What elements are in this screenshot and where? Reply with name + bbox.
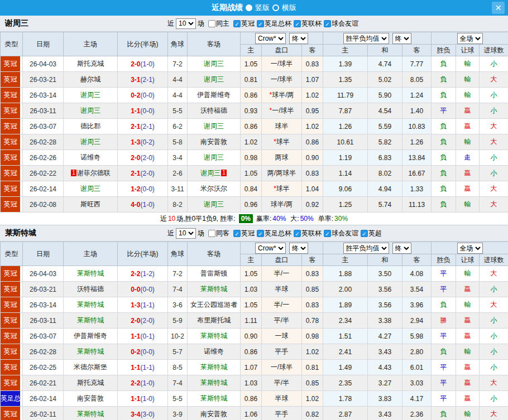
matches-table: 类型 日期 主场 比分(半场) 角球 客场 Crow*终 胜平负均值终 全场 — [0, 242, 508, 420]
final-odds-select[interactable]: 终 — [289, 243, 308, 254]
final-avg-select[interactable]: 终 — [392, 33, 411, 44]
record-summary: 近10场,胜0平1负9, 胜率: 0% 赢率:40% 大:50% 单率:30% — [0, 213, 508, 225]
handicap: 一/球半 — [262, 72, 302, 88]
final-avg-select[interactable]: 终 — [392, 243, 411, 254]
league-badge: 英冠 — [1, 407, 23, 420]
league-badge: 英足总杯 — [1, 391, 23, 407]
checkbox-icon[interactable]: ✓ — [233, 230, 241, 237]
radio-horizontal-label[interactable]: 横版 — [282, 3, 296, 13]
sub-col-handicap-result: 让球 — [456, 254, 480, 266]
avg-select[interactable]: 胜平负均值 — [343, 243, 389, 254]
checkbox-icon[interactable]: ✓ — [257, 20, 264, 27]
fulltime-select[interactable]: 全场 — [457, 243, 483, 254]
league-filter[interactable]: ✓球会友谊 — [324, 229, 358, 238]
same-venue-checkbox[interactable]: 同主 — [208, 19, 229, 28]
away-odds: 1.02 — [302, 344, 323, 360]
match-date: 26-03-07 — [23, 119, 64, 134]
score: 1-1(1-1) — [118, 360, 168, 375]
team-name: 谢周三 — [0, 18, 167, 28]
score: 1-2(0-0) — [118, 181, 168, 197]
league-badge: 英冠 — [1, 344, 23, 360]
checkbox-icon[interactable]: ✓ — [233, 20, 241, 27]
match-count-select[interactable]: 10 — [176, 228, 196, 239]
league-filter[interactable]: ✓英冠 — [233, 19, 255, 28]
away-odds: 0.95 — [302, 103, 323, 119]
match-date: 26-02-08 — [23, 197, 64, 213]
avg-away: 2.80 — [402, 344, 432, 360]
avg-home: 2.41 — [323, 344, 368, 360]
match-row: 英冠26-02-28谢周三1-3(0-2)5-8南安普敦1.02*球半0.861… — [1, 134, 508, 150]
away-team: 莱斯特城 — [188, 375, 241, 391]
bookmaker-select[interactable]: Crow* — [255, 33, 286, 44]
avg-home: 1.78 — [323, 391, 368, 407]
checkbox-icon[interactable]: ✓ — [294, 230, 301, 237]
home-team: 莱斯特城 — [64, 313, 118, 329]
goals-result: 大 — [480, 375, 508, 391]
handicap: 一球 — [262, 329, 302, 344]
sub-col-handicap-result: 让球 — [456, 45, 480, 56]
bookmaker-select[interactable]: Crow* — [255, 243, 286, 254]
match-date: 26-02-14 — [23, 181, 64, 197]
radio-vertical-layout[interactable] — [246, 4, 252, 11]
radio-horizontal-layout[interactable] — [272, 4, 279, 11]
checkbox-icon[interactable] — [208, 20, 215, 27]
goals-result: 大 — [480, 119, 508, 134]
home-odds: 1.03 — [241, 282, 262, 297]
sub-col-goals: 进球数 — [480, 254, 508, 266]
final-odds-select[interactable]: 终 — [289, 33, 308, 44]
avg-draw: 5.90 — [368, 88, 402, 103]
checkbox-icon[interactable]: ✓ — [257, 230, 264, 237]
home-team: 谢周三 — [64, 88, 118, 103]
away-team: 诺维奇 — [188, 344, 241, 360]
league-filter[interactable]: ✓英冠 — [233, 229, 255, 238]
league-filter[interactable]: ✓英足总杯 — [257, 229, 291, 238]
avg-home: 9.06 — [323, 181, 368, 197]
close-button[interactable]: ✕ — [492, 2, 505, 14]
checkbox-icon[interactable]: ✓ — [294, 20, 301, 27]
avg-home: 2.34 — [323, 313, 368, 329]
team-name: 莱斯特城 — [0, 228, 167, 238]
home-team: 莱斯特城 — [64, 344, 118, 360]
avg-away: 3.54 — [402, 282, 432, 297]
avg-draw: 4.94 — [368, 181, 402, 197]
col-score: 比分(半场) — [118, 32, 168, 56]
goals-result: 大 — [480, 134, 508, 150]
league-filter[interactable]: ✓英超 — [361, 229, 382, 238]
away-odds: 1.02 — [302, 88, 323, 103]
league-badge: 英冠 — [1, 266, 23, 282]
checkbox-icon[interactable] — [208, 230, 215, 237]
league-filter[interactable]: ✓英联杯 — [294, 19, 322, 28]
match-row: 英冠26-03-21沃特福德0-0(0-0)7-4莱斯特城1.03半球0.852… — [1, 282, 508, 297]
checkbox-icon[interactable]: ✓ — [324, 230, 331, 237]
scope-dropdown: 全场 — [432, 242, 508, 254]
home-odds: 0.98 — [241, 150, 262, 166]
away-team: 谢周三 — [188, 72, 241, 88]
fulltime-select[interactable]: 全场 — [457, 33, 483, 44]
checkbox-icon[interactable]: ✓ — [361, 230, 368, 237]
handicap-result: 贏 — [456, 391, 480, 407]
match-count-select[interactable]: 10 — [176, 18, 196, 29]
corners: 7-4 — [168, 282, 188, 297]
match-row: 英冠26-02-21斯托克城2-2(1-0)7-4莱斯特城1.03平/半0.85… — [1, 375, 508, 391]
same-venue-checkbox[interactable]: 同客 — [208, 229, 229, 238]
radio-vertical-label[interactable]: 竖版 — [255, 3, 270, 13]
handicap-dropdowns: Crow*终 — [241, 242, 323, 254]
goals-result: 大 — [480, 266, 508, 282]
league-filter[interactable]: ✓英足总杯 — [257, 19, 291, 28]
match-row: 英冠26-03-07伊普斯维奇1-1(0-1)10-2莱斯特城0.90一球0.9… — [1, 329, 508, 344]
home-odds: 1.02 — [241, 134, 262, 150]
sub-col-avg-draw: 和 — [368, 45, 402, 56]
avg-select[interactable]: 胜平负均值 — [343, 33, 389, 44]
result: 平 — [432, 375, 456, 391]
handicap-result: 贏 — [456, 119, 480, 134]
home-team: 赫尔城 — [64, 72, 118, 88]
league-filter[interactable]: ✓球会友谊 — [324, 19, 358, 28]
avg-home: 2.87 — [323, 407, 368, 420]
checkbox-icon[interactable]: ✓ — [324, 20, 331, 27]
handicap-dropdowns: Crow*终 — [241, 32, 323, 45]
avg-home: 1.14 — [323, 166, 368, 181]
goals-result: 小 — [480, 329, 508, 344]
score: 2-1(2-1) — [118, 119, 168, 134]
league-filter[interactable]: ✓英联杯 — [294, 229, 322, 238]
avg-away: 4.17 — [402, 391, 432, 407]
